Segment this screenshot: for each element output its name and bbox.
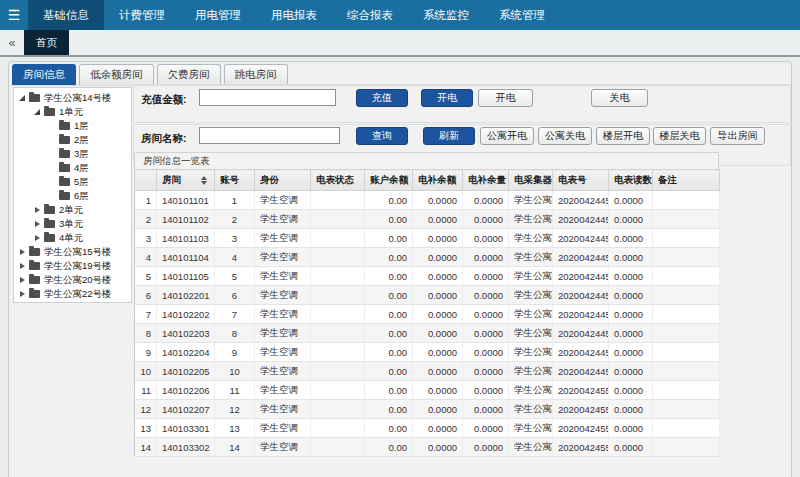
- table-row[interactable]: 1414010330214学生空调0.000.00000.0000学生公寓14号…: [135, 438, 720, 457]
- floor-power-on-button[interactable]: 楼层开电: [596, 127, 650, 145]
- table-cell[interactable]: 学生空调: [255, 229, 311, 248]
- table-cell[interactable]: 0.0000: [609, 362, 653, 381]
- table-cell[interactable]: [653, 305, 720, 324]
- table-cell[interactable]: 学生公寓14号: [509, 210, 553, 229]
- table-cell[interactable]: 学生空调: [255, 286, 311, 305]
- tab-tripped-rooms[interactable]: 跳电房间: [224, 64, 288, 85]
- table-cell[interactable]: 7: [135, 305, 157, 324]
- table-cell[interactable]: [311, 286, 365, 305]
- table-cell[interactable]: 0.0000: [463, 362, 509, 381]
- table-cell[interactable]: 0.0000: [463, 438, 509, 457]
- table-cell[interactable]: 0.00: [365, 343, 413, 362]
- table-cell[interactable]: 4: [135, 248, 157, 267]
- table-row[interactable]: 31401011033学生空调0.000.00000.0000学生公寓14号20…: [135, 229, 720, 248]
- tree-toggle-icon[interactable]: [32, 235, 42, 241]
- apartment-power-on-button[interactable]: 公寓开电: [480, 127, 534, 145]
- table-cell[interactable]: 0.0000: [609, 267, 653, 286]
- table-cell[interactable]: 140101105: [157, 267, 215, 286]
- apartment-power-off-button[interactable]: 公寓关电: [538, 127, 592, 145]
- query-button[interactable]: 查询: [356, 127, 408, 145]
- table-cell[interactable]: 0.00: [365, 248, 413, 267]
- table-cell[interactable]: 13: [135, 419, 157, 438]
- tree-item[interactable]: 学生公寓15号楼: [14, 245, 131, 259]
- table-cell[interactable]: 0.0000: [463, 419, 509, 438]
- table-cell[interactable]: 2020042445: [553, 229, 609, 248]
- table-cell[interactable]: [311, 381, 365, 400]
- tree-item[interactable]: 5层: [14, 175, 131, 189]
- table-cell[interactable]: 13: [215, 419, 255, 438]
- table-cell[interactable]: 11: [215, 381, 255, 400]
- table-cell[interactable]: 0.0000: [413, 324, 463, 343]
- table-cell[interactable]: 学生空调: [255, 400, 311, 419]
- table-cell[interactable]: 学生空调: [255, 419, 311, 438]
- table-cell[interactable]: 8: [135, 324, 157, 343]
- tree-item[interactable]: 3单元: [14, 217, 131, 231]
- table-cell[interactable]: 0.0000: [413, 191, 463, 210]
- tree-toggle-icon[interactable]: [17, 249, 27, 255]
- tree-item[interactable]: 6层: [14, 189, 131, 203]
- table-cell[interactable]: [653, 419, 720, 438]
- room-name-input[interactable]: [199, 127, 340, 144]
- table-cell[interactable]: 2020042445: [553, 248, 609, 267]
- table-row[interactable]: 1014010220510学生空调0.000.00000.0000学生公寓14号…: [135, 362, 720, 381]
- table-cell[interactable]: 2020042455: [553, 400, 609, 419]
- table-cell[interactable]: 0.00: [365, 229, 413, 248]
- tree-toggle-icon[interactable]: [32, 207, 42, 213]
- table-cell[interactable]: [311, 229, 365, 248]
- table-cell[interactable]: 0.0000: [413, 362, 463, 381]
- power-off-button[interactable]: 关电: [591, 89, 648, 107]
- table-cell[interactable]: 0.00: [365, 381, 413, 400]
- tree-item[interactable]: 4层: [14, 161, 131, 175]
- table-cell[interactable]: [653, 400, 720, 419]
- table-cell[interactable]: 学生公寓14号: [509, 229, 553, 248]
- table-cell[interactable]: 学生公寓14号: [509, 305, 553, 324]
- table-cell[interactable]: 2020042445: [553, 362, 609, 381]
- table-cell[interactable]: 9: [135, 343, 157, 362]
- table-cell[interactable]: [653, 210, 720, 229]
- tree-toggle-icon[interactable]: [17, 95, 27, 101]
- table-cell[interactable]: 学生空调: [255, 343, 311, 362]
- tree-item[interactable]: 学生公寓20号楼: [14, 273, 131, 287]
- tree-item[interactable]: 学生公寓19号楼: [14, 259, 131, 273]
- table-cell[interactable]: 学生公寓14号: [509, 419, 553, 438]
- table-cell[interactable]: [311, 400, 365, 419]
- table-cell[interactable]: 学生空调: [255, 210, 311, 229]
- column-header-subsidy-remaining[interactable]: 电补余量: [463, 170, 509, 191]
- table-row[interactable]: 61401022016学生空调0.000.00000.0000学生公寓14号20…: [135, 286, 720, 305]
- table-cell[interactable]: 0.0000: [609, 286, 653, 305]
- table-cell[interactable]: 学生空调: [255, 305, 311, 324]
- table-cell[interactable]: 4: [215, 248, 255, 267]
- table-cell[interactable]: [653, 191, 720, 210]
- table-cell[interactable]: 2020042455: [553, 419, 609, 438]
- table-cell[interactable]: [311, 305, 365, 324]
- table-cell[interactable]: [653, 362, 720, 381]
- sort-icon[interactable]: [201, 176, 207, 185]
- table-cell[interactable]: 10: [135, 362, 157, 381]
- table-cell[interactable]: 0.0000: [609, 400, 653, 419]
- column-header-meter-no[interactable]: 电表号: [553, 170, 609, 191]
- table-cell[interactable]: 0.00: [365, 400, 413, 419]
- table-cell[interactable]: 2: [215, 210, 255, 229]
- table-cell[interactable]: 学生空调: [255, 324, 311, 343]
- table-row[interactable]: 51401011055学生空调0.000.00000.0000学生公寓14号20…: [135, 267, 720, 286]
- table-cell[interactable]: 0.00: [365, 438, 413, 457]
- table-cell[interactable]: [653, 248, 720, 267]
- recharge-button[interactable]: 充值: [356, 89, 408, 107]
- table-cell[interactable]: 0.0000: [413, 210, 463, 229]
- table-cell[interactable]: [311, 191, 365, 210]
- table-cell[interactable]: 2020042445: [553, 305, 609, 324]
- table-cell[interactable]: 140102207: [157, 400, 215, 419]
- table-cell[interactable]: 7: [215, 305, 255, 324]
- table-cell[interactable]: 学生公寓14号: [509, 381, 553, 400]
- table-cell[interactable]: 0.0000: [413, 438, 463, 457]
- tab-room-info[interactable]: 房间信息: [12, 64, 76, 85]
- chevrons-left-icon[interactable]: «: [0, 30, 24, 55]
- column-header-account-balance[interactable]: 账户余额: [365, 170, 413, 191]
- table-cell[interactable]: 1: [135, 191, 157, 210]
- table-cell[interactable]: 2020042445: [553, 267, 609, 286]
- table-cell[interactable]: 学生空调: [255, 362, 311, 381]
- column-header-room[interactable]: 房间: [157, 170, 215, 191]
- table-cell[interactable]: 0.0000: [413, 400, 463, 419]
- table-cell[interactable]: 2020042445: [553, 324, 609, 343]
- table-cell[interactable]: 140103301: [157, 419, 215, 438]
